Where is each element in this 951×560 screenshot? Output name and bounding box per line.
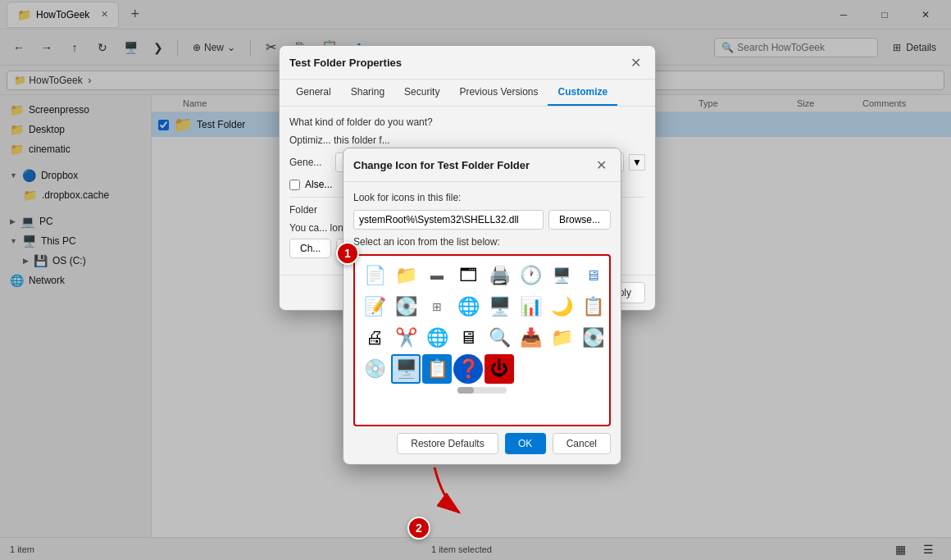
also-apply-label: Alse... (305, 179, 332, 190)
also-apply-checkbox[interactable] (289, 180, 300, 190)
icon-cell-15[interactable]: 📋 (578, 292, 607, 321)
icon-cell-9[interactable]: 💽 (391, 292, 421, 321)
change-icon-footer: Restore Defaults OK Cancel (353, 433, 611, 454)
icon-cell-19[interactable]: 🖥 (453, 323, 483, 353)
dropdown-arrow[interactable]: ▼ (629, 154, 645, 171)
icon-cell-16[interactable]: 🖨 (360, 323, 389, 353)
icon-cell-17[interactable]: ✂️ (391, 323, 421, 353)
icon-grid: 📄 📁 ▬ 🗔 🖨️ 🕐 🖥️ 🖥 📝 💽 ⊞ 🌐 🖥️ 📊 🌙 📋 🖨 ✂️ … (360, 261, 604, 384)
icon-cell-12[interactable]: 🖥️ (485, 292, 514, 321)
icon-scrollbar (360, 387, 604, 394)
file-path-row: Browse... (353, 210, 611, 230)
icon-cell-20[interactable]: 🔍 (485, 323, 514, 353)
properties-dialog-titlebar: Test Folder Properties ✕ (280, 46, 655, 80)
change-icon-titlebar: Change Icon for Test Folder Folder ✕ (344, 148, 621, 182)
properties-dialog-title: Test Folder Properties (289, 57, 402, 69)
icon-cell-5[interactable]: 🕐 (516, 261, 545, 290)
icon-cell-8[interactable]: 📝 (360, 292, 389, 321)
icon-cell-24[interactable]: 💿 (360, 354, 389, 384)
change-icon-content: Look for icons in this file: Browse... S… (344, 182, 621, 464)
icon-cell-14[interactable]: 🌙 (547, 292, 576, 321)
change-icon-close[interactable]: ✕ (591, 155, 611, 175)
tab-general[interactable]: General (286, 80, 341, 106)
optimize-row: Optimiz... this folder f... (289, 134, 645, 146)
icon-cell-1[interactable]: 📁 (391, 261, 421, 290)
icon-cell-23[interactable]: 💽 (578, 323, 607, 353)
restore-defaults-button[interactable]: Restore Defaults (397, 433, 498, 454)
change-icon-button[interactable]: Ch... (289, 239, 331, 258)
arrow-annotation (377, 459, 492, 525)
icon-cell-7[interactable]: 🖥 (578, 261, 607, 290)
optimize-label: Optimiz... this folder f... (289, 134, 390, 146)
icon-cell-0[interactable]: 📄 (360, 261, 389, 290)
file-path-input[interactable] (353, 210, 544, 230)
tab-security[interactable]: Security (394, 80, 449, 106)
gen-label: Gene... (289, 157, 330, 168)
icon-cell-10[interactable]: ⊞ (422, 292, 452, 321)
icon-cell-18[interactable]: 🌐 (422, 323, 452, 353)
file-path-label: Look for icons in this file: (353, 192, 611, 203)
change-icon-ok-button[interactable]: OK (505, 433, 546, 454)
what-kind-label: What kind of folder do you want? (289, 116, 645, 128)
icon-cell-2[interactable]: ▬ (422, 261, 452, 290)
tab-previous-versions[interactable]: Previous Versions (449, 80, 548, 106)
icon-cell-27[interactable]: ❓ (453, 354, 483, 384)
tab-sharing[interactable]: Sharing (341, 80, 394, 106)
icon-cell-4[interactable]: 🖨️ (485, 261, 514, 290)
change-icon-cancel-button[interactable]: Cancel (553, 433, 611, 454)
icon-cell-22[interactable]: 📁 (547, 323, 576, 353)
icon-cell-3[interactable]: 🗔 (453, 261, 483, 290)
scrollbar-track (457, 387, 507, 394)
change-icon-dialog: Change Icon for Test Folder Folder ✕ Loo… (343, 148, 621, 465)
icon-grid-wrapper: 📄 📁 ▬ 🗔 🖨️ 🕐 🖥️ 🖥 📝 💽 ⊞ 🌐 🖥️ 📊 🌙 📋 🖨 ✂️ … (353, 254, 611, 426)
icon-cell-6[interactable]: 🖥️ (547, 261, 576, 290)
tab-customize[interactable]: Customize (548, 80, 617, 106)
properties-dialog-tabs: General Sharing Security Previous Versio… (280, 80, 655, 107)
scrollbar-thumb[interactable] (457, 387, 474, 394)
step-2-badge: 2 (407, 517, 430, 540)
properties-dialog-close[interactable]: ✕ (626, 52, 645, 72)
icon-cell-13[interactable]: 📊 (516, 292, 545, 321)
icon-cell-26[interactable]: 📋 (422, 354, 452, 384)
icon-cell-28[interactable]: ⏻ (485, 354, 514, 384)
icon-cell-21[interactable]: 📥 (516, 323, 545, 353)
select-icon-label: Select an icon from the list below: (353, 236, 611, 248)
step-1-badge: 1 (336, 242, 359, 265)
browse-button[interactable]: Browse... (548, 210, 611, 230)
change-icon-title: Change Icon for Test Folder Folder (353, 159, 530, 171)
icon-cell-25[interactable]: 🖥️ (391, 354, 421, 384)
icon-cell-11[interactable]: 🌐 (453, 292, 483, 321)
